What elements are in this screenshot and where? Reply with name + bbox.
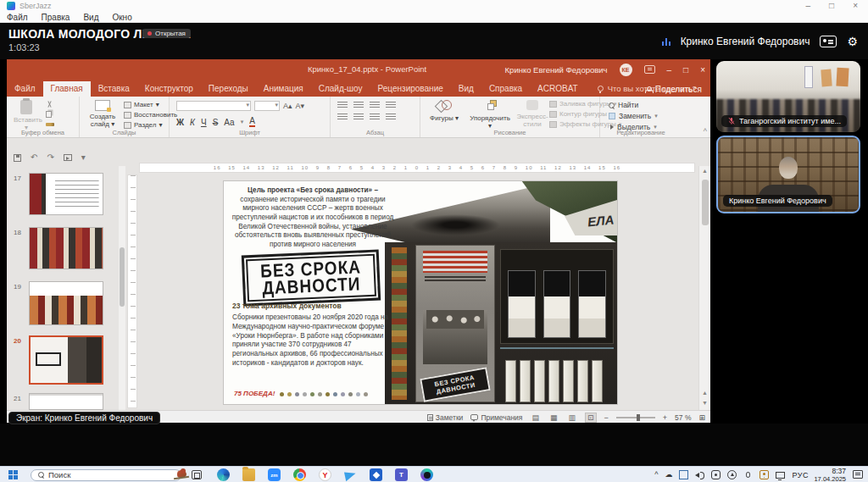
next-slide-icon[interactable]: ▼: [699, 398, 710, 408]
collapse-ribbon-icon[interactable]: ^: [704, 127, 707, 136]
format-painter-icon[interactable]: [46, 123, 54, 126]
tab-slideshow[interactable]: Слайд-шоу: [311, 81, 370, 97]
window-minimize-icon[interactable]: –: [806, 1, 811, 10]
tab-insert[interactable]: Вставка: [91, 81, 137, 97]
taskbar-search-box[interactable]: Поиск: [31, 469, 181, 481]
slide-thumbnail-17[interactable]: [29, 173, 103, 215]
messenger-app-icon[interactable]: [344, 468, 357, 481]
tab-help[interactable]: Справка: [481, 81, 530, 97]
edge-browser-icon[interactable]: [217, 468, 230, 481]
zoom-slider[interactable]: [616, 417, 655, 418]
ppt-minimize-icon[interactable]: –: [667, 65, 672, 75]
line-spacing-icon[interactable]: [386, 102, 396, 109]
sberjazz-taskbar-icon[interactable]: [420, 468, 433, 481]
numbering-icon[interactable]: [353, 102, 364, 109]
underline-button[interactable]: Ч: [201, 118, 207, 127]
tab-animations[interactable]: Анимация: [256, 81, 311, 97]
participant-tile-krinko-active[interactable]: Кринко Евгений Федорович: [716, 136, 860, 213]
ribbon-display-options-icon[interactable]: [644, 65, 655, 74]
font-size-combo[interactable]: [254, 101, 280, 111]
grow-font-icon[interactable]: А▴: [283, 102, 292, 110]
slide-thumbnail-20-selected[interactable]: [29, 335, 103, 385]
tab-acrobat[interactable]: ACROBAT: [530, 81, 586, 97]
font-color-button[interactable]: А: [249, 117, 255, 127]
thumbnail-panel-scrollbar[interactable]: [119, 166, 125, 410]
zoom-slider-knob[interactable]: [637, 414, 640, 421]
align-right-icon[interactable]: [370, 114, 380, 121]
menu-window[interactable]: Окно: [112, 13, 131, 22]
scrollbar-thumb[interactable]: [702, 180, 709, 225]
settings-gear-icon[interactable]: ⚙: [847, 36, 858, 47]
justify-icon[interactable]: [386, 114, 396, 121]
zoom-level[interactable]: 57 %: [675, 413, 691, 422]
tray-webcam-icon[interactable]: [711, 470, 721, 479]
tray-mic-icon[interactable]: [746, 472, 750, 478]
qat-customize-icon[interactable]: ▾: [81, 153, 86, 162]
account-avatar[interactable]: КЕ: [620, 64, 632, 76]
paste-button[interactable]: Вставить ▾: [14, 100, 39, 131]
view-slide-sorter-icon[interactable]: ▦: [548, 413, 559, 422]
save-icon[interactable]: [14, 154, 21, 162]
shapes-button[interactable]: Фигуры ▾: [427, 100, 461, 122]
tab-file[interactable]: Файл: [7, 81, 43, 97]
cut-icon[interactable]: [46, 101, 54, 108]
redo-icon[interactable]: ↷: [47, 153, 53, 162]
vertical-scrollbar[interactable]: ▲ ▲ ▼: [698, 166, 710, 410]
tray-app-icon[interactable]: [679, 470, 688, 479]
taskbar-clock[interactable]: 8:37 17.04.2025: [814, 468, 846, 482]
shrink-font-icon[interactable]: А▾: [296, 102, 305, 110]
tray-show-hidden-icon[interactable]: ^: [654, 471, 658, 479]
tray-display-icon[interactable]: [776, 472, 785, 479]
zoom-app-icon[interactable]: zm: [268, 468, 281, 481]
tray-cloud-icon[interactable]: ☁: [665, 471, 672, 479]
ppt-share-button[interactable]: Поделиться: [645, 85, 702, 94]
align-left-icon[interactable]: [337, 114, 348, 121]
bold-button[interactable]: Ж: [176, 118, 184, 127]
window-close-icon[interactable]: ×: [853, 1, 858, 10]
strikethrough-button[interactable]: S: [213, 118, 219, 127]
photos-app-icon[interactable]: [370, 468, 382, 481]
menu-edit[interactable]: Правка: [42, 13, 70, 22]
notification-center-icon[interactable]: [853, 470, 863, 479]
menu-view[interactable]: Вид: [83, 13, 98, 22]
fit-to-window-icon[interactable]: ⊞: [698, 413, 705, 422]
font-name-combo[interactable]: [176, 101, 251, 111]
align-center-icon[interactable]: [353, 114, 364, 121]
chrome-browser-icon[interactable]: [293, 468, 306, 481]
slide-thumbnail-19[interactable]: [29, 281, 103, 325]
window-maximize-icon[interactable]: □: [829, 1, 834, 10]
language-indicator[interactable]: РУС: [792, 471, 809, 479]
yandex-browser-icon[interactable]: Y: [319, 468, 331, 481]
tab-design[interactable]: Конструктор: [137, 81, 201, 97]
view-reading-icon[interactable]: ▥: [566, 413, 577, 422]
italic-button[interactable]: К: [190, 118, 195, 127]
zoom-out-icon[interactable]: −: [604, 413, 609, 422]
zoom-in-icon[interactable]: +: [663, 413, 667, 422]
tab-review[interactable]: Рецензирование: [370, 81, 451, 97]
slide-thumbnail-21[interactable]: [29, 393, 103, 410]
bullets-icon[interactable]: [337, 102, 348, 109]
task-view-icon[interactable]: [192, 470, 202, 479]
ppt-close-icon[interactable]: ×: [700, 65, 705, 75]
participant-card-icon[interactable]: [820, 36, 837, 47]
indent-icon[interactable]: [370, 102, 380, 109]
quick-styles-button[interactable]: Экспресс-стили: [515, 100, 549, 128]
tray-account-icon[interactable]: [760, 470, 769, 479]
tab-transitions[interactable]: Переходы: [201, 81, 256, 97]
undo-icon[interactable]: ↶: [31, 153, 37, 162]
powerpoint-titlebar[interactable]: Кринко_17_04.pptx - PowerPoint Кринко Ев…: [7, 59, 710, 80]
teams-app-icon[interactable]: T: [395, 468, 408, 481]
find-button[interactable]: Найти: [609, 101, 658, 109]
start-button-icon[interactable]: [8, 470, 18, 479]
ppt-restore-icon[interactable]: □: [683, 65, 688, 75]
replace-button[interactable]: Заменить▾: [609, 112, 658, 120]
tab-home[interactable]: Главная: [43, 81, 91, 97]
view-slideshow-icon[interactable]: ⊡: [585, 413, 597, 423]
participant-tile-taganrog[interactable]: Таганрогский институт име...: [716, 61, 860, 132]
tab-view[interactable]: Вид: [451, 81, 481, 97]
start-slideshow-icon[interactable]: [64, 154, 72, 161]
slide-canvas[interactable]: ЕЛА Цель проекта «Без срока давности» – …: [223, 180, 618, 405]
menu-file[interactable]: Файл: [7, 13, 28, 22]
arrange-button[interactable]: Упорядочить ▾: [468, 100, 512, 130]
tray-update-icon[interactable]: [727, 470, 737, 479]
